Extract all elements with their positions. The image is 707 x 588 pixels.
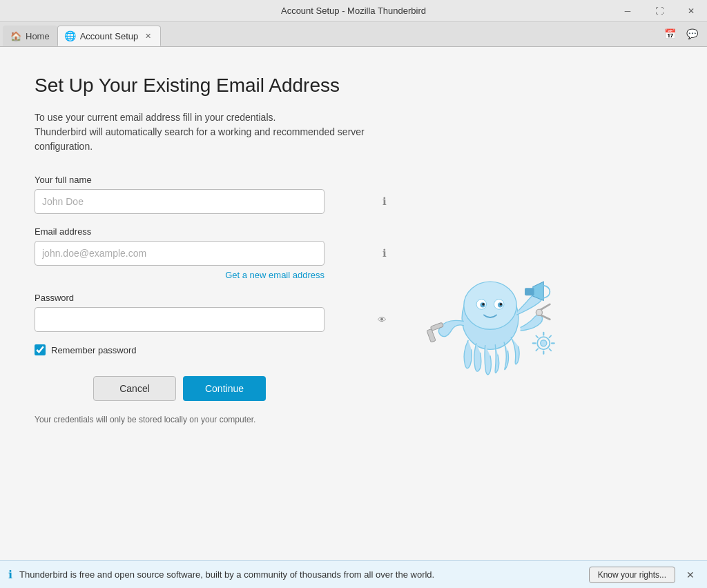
tab-active-label: Account Setup (80, 31, 139, 41)
fullname-input[interactable] (35, 189, 325, 214)
button-row: Cancel Continue (35, 376, 325, 401)
chat-icon-button[interactable]: 💬 (682, 24, 701, 43)
fullname-input-wrapper: ℹ (35, 189, 394, 214)
page-body: Set Up Your Existing Email Address To us… (0, 47, 707, 560)
email-label: Email address (35, 226, 394, 237)
svg-line-22 (549, 349, 551, 351)
tab-close-button[interactable]: ✕ (142, 30, 153, 41)
svg-rect-9 (427, 329, 436, 343)
password-group: Password 👁 (35, 293, 394, 332)
tabbar-actions: 📅 💬 (660, 24, 701, 43)
tab-account-setup[interactable]: 🌐 Account Setup ✕ (57, 26, 162, 46)
email-input-wrapper: ℹ (35, 241, 394, 266)
description-line2: Thunderbird will automatically search fo… (35, 126, 365, 152)
window-controls: ─ ⛶ ✕ (612, 0, 707, 21)
cancel-button[interactable]: Cancel (93, 376, 176, 401)
titlebar: Account Setup - Mozilla Thunderbird ─ ⛶ … (0, 0, 707, 22)
password-label: Password (35, 293, 394, 303)
fullname-info-icon[interactable]: ℹ (382, 195, 387, 208)
maximize-button[interactable]: ⛶ (643, 0, 675, 22)
svg-rect-11 (525, 288, 534, 295)
credentials-note: Your credentials will only be stored loc… (35, 415, 394, 424)
email-input[interactable] (35, 241, 325, 266)
continue-button[interactable]: Continue (183, 376, 266, 401)
minimize-button[interactable]: ─ (612, 0, 643, 22)
svg-point-16 (541, 340, 547, 346)
svg-point-7 (500, 303, 503, 306)
svg-line-23 (549, 335, 551, 337)
password-toggle-icon[interactable]: 👁 (378, 315, 387, 325)
know-rights-button[interactable]: Know your rights... (589, 567, 675, 583)
fullname-label: Your full name (35, 175, 394, 185)
form-section: Set Up Your Existing Email Address To us… (35, 75, 394, 547)
email-info-icon[interactable]: ℹ (382, 247, 387, 259)
get-new-email-link[interactable]: Get a new email address (35, 270, 325, 280)
description-line1: To use your current email address fill i… (35, 112, 275, 123)
notification-text: Thunderbird is free and open source soft… (19, 569, 582, 580)
notification-close-button[interactable]: ✕ (682, 567, 699, 583)
svg-line-21 (536, 335, 538, 337)
tab-home[interactable]: 🏠 Home (3, 26, 57, 46)
svg-line-24 (536, 349, 538, 351)
svg-point-14 (536, 309, 542, 315)
notification-info-icon: ℹ (8, 568, 12, 581)
svg-point-1 (464, 282, 516, 329)
illustration-section (407, 75, 573, 547)
remember-password-label[interactable]: Remember password (51, 345, 137, 355)
globe-icon: 🌐 (65, 30, 76, 41)
home-icon: 🏠 (10, 31, 21, 41)
page-heading: Set Up Your Existing Email Address (35, 75, 394, 97)
calendar-icon-button[interactable]: 📅 (660, 24, 679, 43)
remember-password-row: Remember password (35, 344, 394, 355)
email-group: Email address ℹ Get a new email address (35, 226, 394, 280)
password-input-wrapper: 👁 (35, 307, 394, 332)
remember-password-checkbox[interactable] (35, 344, 46, 355)
fullname-group: Your full name ℹ (35, 175, 394, 214)
window-title: Account Setup - Mozilla Thunderbird (281, 6, 426, 16)
notification-bar: ℹ Thunderbird is free and open source so… (0, 560, 707, 588)
svg-point-6 (482, 303, 485, 306)
password-input[interactable] (35, 307, 325, 332)
page-description: To use your current email address fill i… (35, 110, 394, 154)
tab-home-label: Home (26, 31, 50, 41)
tabbar: 🏠 Home 🌐 Account Setup ✕ 📅 💬 (0, 22, 707, 47)
main-content: Set Up Your Existing Email Address To us… (0, 47, 707, 560)
close-button[interactable]: ✕ (675, 0, 707, 22)
octopus-illustration (421, 255, 559, 393)
